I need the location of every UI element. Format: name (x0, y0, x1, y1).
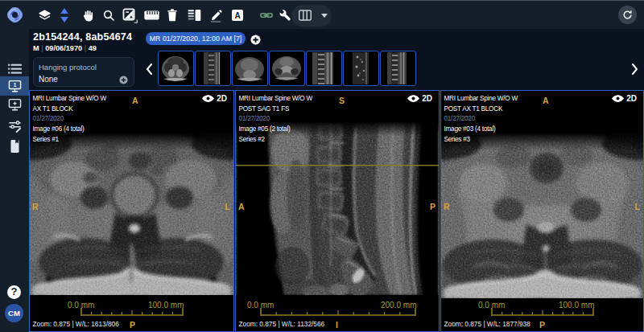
svg-text:1: 1 (13, 82, 16, 88)
svg-text:A: A (234, 11, 240, 20)
